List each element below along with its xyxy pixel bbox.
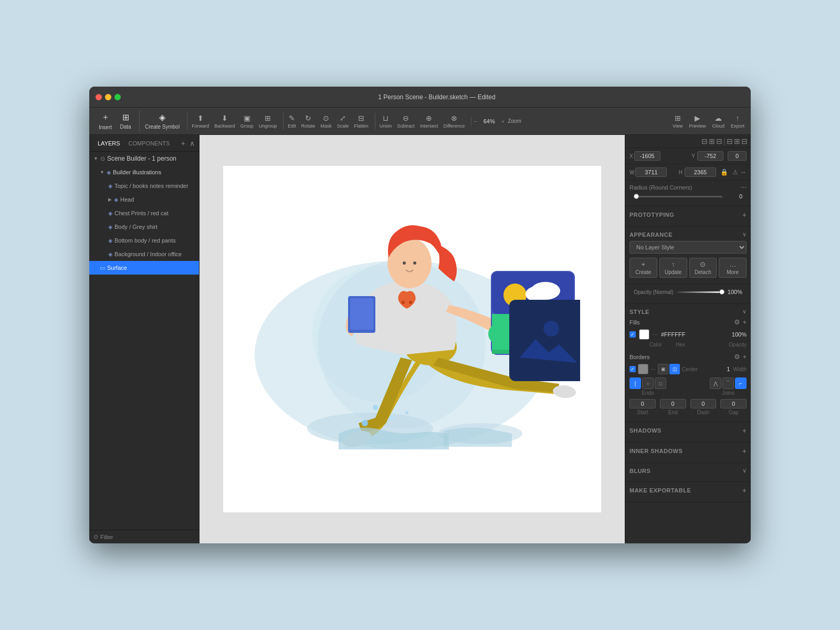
- close-button[interactable]: [96, 94, 102, 100]
- lock-icon[interactable]: 🔒: [720, 169, 728, 176]
- create-symbol-button[interactable]: ◈ Create Symbol: [142, 110, 183, 132]
- blurs-collapse-icon[interactable]: ∨: [742, 467, 747, 474]
- opacity-value: 100%: [728, 289, 742, 295]
- y-input[interactable]: [697, 151, 723, 161]
- dash-input[interactable]: [690, 399, 717, 408]
- ends-label: Ends: [642, 390, 654, 396]
- cloud-button[interactable]: ☁ Cloud: [710, 113, 727, 130]
- h-input[interactable]: [685, 167, 716, 177]
- layer-head[interactable]: ▶ ◈ Head: [89, 193, 199, 206]
- end-square-button[interactable]: □: [655, 377, 666, 389]
- layer-builder-illustrations[interactable]: ▼ ◈ Builder illustrations: [89, 165, 199, 179]
- border-inside-button[interactable]: ▣: [658, 364, 668, 374]
- exportable-add-button[interactable]: +: [742, 486, 747, 495]
- app-body: LAYERS COMPONENTS + ∧ ▼ ⊙ Scene Builder …: [89, 135, 751, 543]
- difference-button[interactable]: ⊗ Difference: [441, 113, 467, 130]
- opacity-slider[interactable]: [677, 291, 724, 293]
- backward-icon: ⬇: [222, 114, 228, 122]
- fill-color-swatch[interactable]: [639, 329, 649, 340]
- join-bevel-button[interactable]: ⌐: [735, 377, 747, 389]
- border-color-swatch[interactable]: [638, 364, 648, 374]
- tab-components[interactable]: COMPONENTS: [124, 138, 174, 149]
- rotate-button[interactable]: ↻ Rotate: [299, 113, 318, 130]
- fill-hex-value[interactable]: #FFFFFF: [661, 331, 729, 338]
- union-button[interactable]: ⊔ Union: [377, 113, 394, 130]
- insert-button[interactable]: ＋ Insert: [96, 110, 115, 132]
- canvas[interactable]: [200, 135, 625, 543]
- intersect-button[interactable]: ⊕ Intersect: [418, 113, 440, 130]
- exportable-header: MAKE EXPORTABLE +: [629, 486, 747, 495]
- fills-row: ✓ ⋯ #FFFFFF 100%: [629, 328, 747, 341]
- fill-enabled-checkbox[interactable]: ✓: [629, 331, 636, 338]
- left-panel: LAYERS COMPONENTS + ∧ ▼ ⊙ Scene Builder …: [89, 135, 200, 543]
- export-button[interactable]: ↑ Export: [729, 113, 747, 130]
- join-round-button[interactable]: ⌒: [722, 377, 734, 389]
- collapse-button[interactable]: ∧: [190, 139, 195, 148]
- view-button[interactable]: ⊞ View: [670, 113, 685, 130]
- edit-button[interactable]: ✎ Edit: [286, 113, 298, 130]
- radius-slider[interactable]: [634, 196, 722, 197]
- radius-expand-icon[interactable]: ⋯: [740, 184, 747, 191]
- border-enabled-checkbox[interactable]: ✓: [629, 366, 636, 372]
- preview-button[interactable]: ▶ Preview: [687, 113, 708, 130]
- borders-settings-icon[interactable]: ⚙: [734, 353, 740, 361]
- layer-chest[interactable]: ◈ Chest Prints / red cat: [89, 206, 199, 220]
- layer-bottom[interactable]: ◈ Bottom body / red pants: [89, 234, 199, 247]
- align-right-icon[interactable]: ⊟: [716, 137, 722, 145]
- layer-scene[interactable]: ▼ ⊙ Scene Builder - 1 person: [89, 152, 199, 165]
- end-butt-button[interactable]: |: [629, 377, 641, 389]
- layer-topic[interactable]: ◈ Topic / books notes reminder: [89, 179, 199, 193]
- style-more-button[interactable]: … More: [719, 258, 747, 278]
- align-bottom-icon[interactable]: ⊟: [741, 137, 748, 145]
- align-middle-icon[interactable]: ⊞: [734, 137, 740, 145]
- layer-style-dropdown[interactable]: No Layer Style: [629, 241, 747, 254]
- style-create-button[interactable]: + Create: [629, 258, 657, 278]
- ends-group: | ○ □ Ends: [629, 377, 666, 396]
- appearance-collapse-icon[interactable]: ∨: [742, 231, 747, 238]
- align-center-icon[interactable]: ⊞: [709, 137, 715, 145]
- tab-layers[interactable]: LAYERS: [93, 138, 124, 149]
- borders-add-button[interactable]: +: [742, 353, 747, 361]
- layer-body[interactable]: ◈ Body / Grey shirt: [89, 220, 199, 234]
- align-top-icon[interactable]: ⊟: [727, 137, 733, 145]
- shadows-add-button[interactable]: +: [742, 426, 747, 435]
- gap-input[interactable]: [720, 399, 747, 408]
- start-input[interactable]: [629, 399, 656, 408]
- scale-button[interactable]: ⤢ Scale: [335, 113, 351, 130]
- w-input[interactable]: [635, 167, 667, 177]
- flip-icon[interactable]: ↔: [740, 169, 747, 176]
- svg-point-8: [402, 301, 405, 304]
- flatten-button[interactable]: ⊟ Flatten: [352, 113, 371, 130]
- join-miter-button[interactable]: ⋀: [710, 377, 721, 389]
- fullscreen-button[interactable]: [114, 94, 121, 100]
- backward-button[interactable]: ⬇ Backward: [212, 113, 237, 130]
- ungroup-button[interactable]: ⊞ Ungroup: [257, 113, 279, 130]
- border-center-button[interactable]: ◫: [669, 364, 680, 374]
- x-input[interactable]: [634, 151, 660, 161]
- subtract-button[interactable]: ⊖ Subtract: [395, 113, 417, 130]
- end-round-button[interactable]: ○: [642, 377, 654, 389]
- xy-coords-row: X Y: [625, 148, 751, 164]
- mask-button[interactable]: ⊙ Mask: [318, 113, 334, 130]
- end-input[interactable]: [660, 399, 686, 408]
- layer-background[interactable]: ◈ Background / Indoor office: [89, 247, 199, 261]
- borders-actions: ⚙ +: [734, 353, 747, 361]
- data-button[interactable]: ⊞ Data: [116, 110, 135, 132]
- style-collapse-icon[interactable]: ∨: [742, 308, 747, 315]
- toolbar-zoom-group: − 64% + Zoom: [471, 117, 523, 125]
- angle-input[interactable]: [728, 151, 747, 161]
- align-left-icon[interactable]: ⊟: [701, 137, 708, 145]
- minimize-button[interactable]: [105, 94, 111, 100]
- layer-surface[interactable]: ▭ Surface: [89, 261, 199, 275]
- difference-icon: ⊗: [451, 114, 457, 122]
- group-button[interactable]: ▣ Group: [238, 113, 256, 130]
- style-update-button[interactable]: ↑ Update: [659, 258, 687, 278]
- forward-button[interactable]: ⬆ Forward: [190, 113, 211, 130]
- add-layer-button[interactable]: +: [181, 139, 185, 148]
- fills-settings-icon[interactable]: ⚙: [734, 318, 740, 326]
- fills-add-button[interactable]: +: [742, 318, 747, 326]
- style-detach-button[interactable]: ⊙ Detach: [689, 258, 717, 278]
- prototyping-add-button[interactable]: +: [742, 211, 747, 219]
- filter-button[interactable]: ⊙ Filter: [89, 530, 199, 543]
- inner-shadows-add-button[interactable]: +: [742, 447, 747, 455]
